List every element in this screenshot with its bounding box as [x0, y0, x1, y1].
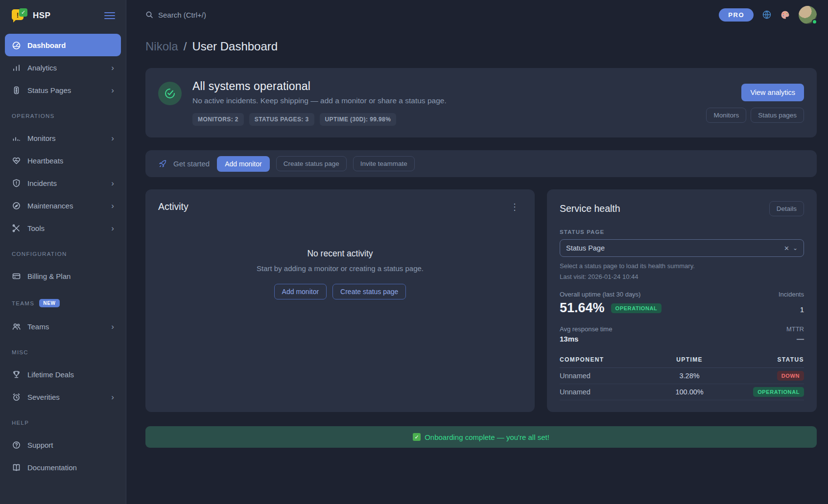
monitors-button[interactable]: Monitors: [706, 108, 746, 123]
sidebar-item-heartbeats[interactable]: Heartbeats: [5, 149, 121, 172]
sidebar-item-maintenances[interactable]: Maintenances ›: [5, 194, 121, 217]
search-control[interactable]: [145, 11, 719, 19]
get-started-label: Get started: [173, 160, 210, 168]
empty-state-title: No recent activity: [158, 249, 522, 259]
sidebar-item-tools[interactable]: Tools ›: [5, 217, 121, 239]
view-analytics-button[interactable]: View analytics: [741, 84, 804, 101]
status-pages-button[interactable]: Status pages: [751, 108, 804, 123]
chevron-right-icon: ›: [111, 202, 114, 210]
sidebar-item-status-pages[interactable]: Status Pages ›: [5, 79, 121, 101]
sidebar-item-label: Billing & Plan: [27, 272, 114, 280]
sidebar: ! ✓ HSP Dashboard Analytics › Status Pag…: [0, 0, 126, 504]
status-page-select[interactable]: Status Page ✕ ⌄: [560, 239, 804, 257]
heart-pulse-icon: [12, 156, 21, 165]
user-avatar[interactable]: [799, 6, 817, 24]
sidebar-item-label: Severities: [27, 393, 105, 401]
component-name: Unnamed: [560, 388, 651, 396]
sidebar-item-analytics[interactable]: Analytics ›: [5, 56, 121, 79]
breadcrumb-separator: /: [184, 40, 187, 53]
incidents-label: Incidents: [779, 291, 804, 298]
traffic-light-icon: [12, 86, 21, 95]
empty-add-monitor-button[interactable]: Add monitor: [274, 284, 327, 299]
hero-title: All systems operational: [192, 80, 695, 93]
sidebar-item-incidents[interactable]: Incidents ›: [5, 172, 121, 194]
operational-check-icon: [158, 82, 182, 105]
sidebar-section-teams: TEAMS NEW: [5, 299, 121, 307]
gauge-icon: [12, 41, 21, 50]
mttr-value: —: [797, 335, 804, 343]
sidebar-item-billing-plan[interactable]: Billing & Plan: [5, 265, 121, 287]
component-uptime: 100.00%: [651, 388, 728, 396]
chevron-down-icon[interactable]: ⌄: [793, 245, 798, 252]
table-row[interactable]: Unnamed 100.00% OPERATIONAL: [560, 384, 804, 400]
sidebar-item-dashboard[interactable]: Dashboard: [5, 34, 121, 56]
sidebar-item-support[interactable]: Support: [5, 434, 121, 456]
app-logo-icon[interactable]: ! ✓: [12, 8, 27, 23]
search-input[interactable]: [158, 11, 305, 19]
sidebar-section-misc: MISC: [5, 349, 121, 355]
chevron-right-icon: ›: [111, 86, 114, 94]
main-content: PRO Nikola / User Dashboard All systems …: [126, 0, 828, 504]
hero-card: All systems operational No active incide…: [145, 68, 817, 137]
chevron-right-icon: ›: [111, 224, 114, 232]
clear-selection-icon[interactable]: ✕: [781, 245, 793, 252]
sidebar-item-teams[interactable]: Teams ›: [5, 315, 121, 338]
table-row[interactable]: Unnamed 3.28% DOWN: [560, 368, 804, 384]
sidebar-item-label: Dashboard: [27, 41, 114, 49]
status-header: STATUS: [728, 356, 804, 363]
status-page-label: STATUS PAGE: [560, 229, 804, 235]
monitors-count-chip: MONITORS: 2: [192, 113, 244, 126]
component-uptime: 3.28%: [651, 372, 728, 380]
empty-state-subtitle: Start by adding a monitor or creating a …: [158, 264, 522, 273]
sidebar-item-label: Status Pages: [27, 86, 105, 94]
select-helper-text: Select a status page to load its health …: [560, 262, 804, 270]
sidebar-item-monitors[interactable]: Monitors ›: [5, 127, 121, 149]
operational-status-badge: OPERATIONAL: [753, 387, 804, 397]
globe-icon[interactable]: [762, 10, 772, 20]
pro-badge[interactable]: PRO: [719, 8, 754, 22]
hero-chips: MONITORS: 2 STATUS PAGES: 3 UPTIME (30D)…: [192, 113, 695, 126]
invite-teammate-button[interactable]: Invite teammate: [353, 156, 415, 171]
add-monitor-button[interactable]: Add monitor: [217, 156, 269, 172]
onboarding-banner-text: Onboarding complete — you're all set!: [425, 433, 549, 441]
uptime-header: UPTIME: [651, 356, 728, 363]
sidebar-item-label: Teams: [27, 322, 105, 331]
sidebar-section-operations: OPERATIONS: [5, 113, 121, 119]
alarm-clock-icon: [12, 392, 21, 402]
topbar-actions: PRO: [719, 6, 817, 24]
hero-subtitle: No active incidents. Keep shipping — add…: [192, 96, 695, 105]
avg-response-value: 13ms: [560, 335, 578, 343]
sidebar-item-label: Documentation: [27, 463, 114, 472]
topbar: PRO: [145, 0, 817, 29]
chevron-right-icon: ›: [111, 393, 114, 401]
new-badge: NEW: [39, 299, 60, 307]
hamburger-menu-icon[interactable]: [104, 12, 115, 19]
chevron-right-icon: ›: [111, 134, 114, 142]
sidebar-item-label: Lifetime Deals: [27, 370, 114, 379]
online-status-dot: [812, 19, 817, 24]
sidebar-item-documentation[interactable]: Documentation: [5, 456, 121, 479]
theme-palette-icon[interactable]: [780, 10, 790, 20]
last-visit-text: Last visit: 2026-01-24 10:44: [560, 273, 804, 280]
kebab-menu-icon[interactable]: ⋮: [507, 202, 522, 212]
check-square-icon: ✓: [19, 8, 27, 17]
breadcrumb: Nikola / User Dashboard: [145, 40, 817, 53]
empty-create-status-page-button[interactable]: Create status page: [332, 284, 406, 299]
search-icon: [145, 11, 154, 19]
components-table-header: COMPONENT UPTIME STATUS: [560, 352, 804, 368]
service-health-title: Service health: [560, 203, 620, 214]
sidebar-item-lifetime-deals[interactable]: Lifetime Deals: [5, 363, 121, 386]
book-icon: [12, 463, 21, 472]
sidebar-item-label: Incidents: [27, 179, 105, 187]
details-button[interactable]: Details: [769, 201, 804, 216]
sidebar-section-configuration: CONFIGURATION: [5, 251, 121, 257]
shield-alert-icon: [12, 179, 21, 188]
create-status-page-button[interactable]: Create status page: [276, 156, 347, 171]
sidebar-item-severities[interactable]: Severities ›: [5, 386, 121, 408]
sidebar-item-label: Analytics: [27, 64, 105, 72]
activity-empty-state: No recent activity Start by adding a mon…: [158, 249, 522, 299]
breadcrumb-parent[interactable]: Nikola: [145, 40, 178, 53]
down-status-badge: DOWN: [777, 371, 804, 381]
status-pages-count-chip: STATUS PAGES: 3: [249, 113, 314, 126]
users-icon: [12, 322, 21, 331]
